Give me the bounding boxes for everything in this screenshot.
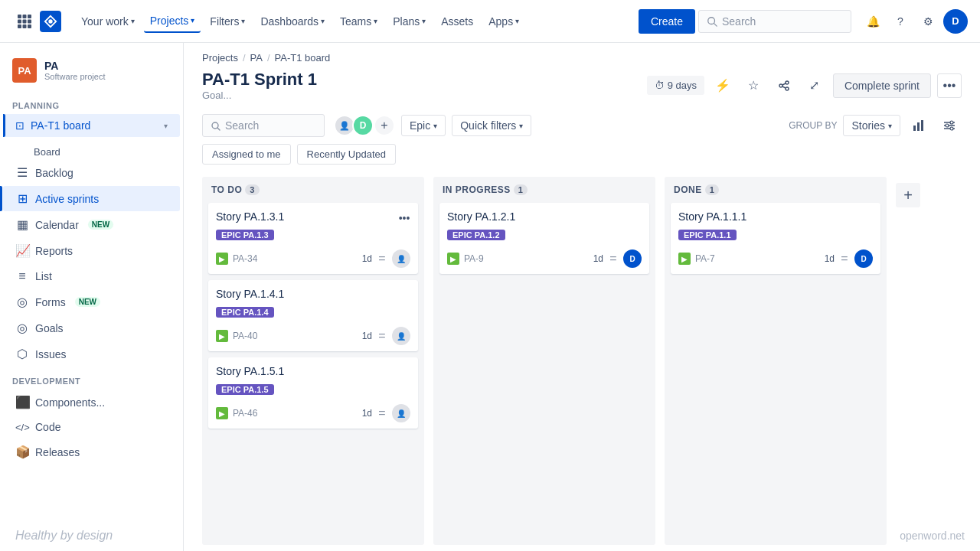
svg-line-11 — [714, 23, 717, 26]
releases-icon: 📦 — [15, 445, 29, 459]
column-todo-count: 3 — [245, 184, 260, 195]
board-search-input[interactable]: Search — [202, 114, 325, 137]
sprint-goal[interactable]: Goal... — [202, 90, 317, 101]
sidebar-item-list[interactable]: ≡ List — [3, 264, 180, 289]
sidebar-item-board-sub[interactable]: Board — [3, 145, 60, 159]
svg-rect-6 — [18, 24, 21, 28]
sidebar-item-code[interactable]: </> Code — [3, 416, 180, 439]
svg-point-12 — [786, 81, 789, 84]
nav-your-work[interactable]: Your work▾ — [75, 11, 141, 32]
card-estimate: 1d — [362, 408, 372, 419]
settings-icon[interactable]: ⚙ — [916, 9, 940, 34]
calendar-new-badge: NEW — [88, 220, 113, 230]
card-title: Story PA.1.3.1 — [216, 210, 410, 223]
svg-rect-8 — [28, 24, 31, 28]
card-ticket-id: PA-34 — [233, 253, 257, 264]
sidebar-item-components[interactable]: ⬛ Components... — [3, 390, 180, 415]
svg-rect-20 — [917, 122, 920, 131]
quick-filters-button[interactable]: Quick filters ▾ — [452, 115, 531, 136]
card-ticket-id: PA-46 — [233, 408, 257, 419]
filter-bar: Search 👤 D + Epic ▾ Quick filters ▾ GROU… — [184, 107, 980, 144]
card-pa-1-3-1[interactable]: ••• Story PA.1.3.1 EPIC PA.1.3 ▶ PA-34 1… — [208, 203, 418, 274]
sidebar-item-calendar[interactable]: ▦ Calendar NEW — [3, 212, 180, 237]
card-pa-1-4-1[interactable]: Story PA.1.4.1 EPIC PA.1.4 ▶ PA-40 1d = … — [208, 280, 418, 351]
nav-apps[interactable]: Apps▾ — [482, 11, 525, 32]
help-icon[interactable]: ? — [888, 9, 913, 34]
column-in-progress-count: 1 — [514, 184, 528, 195]
create-button[interactable]: Create — [639, 9, 695, 34]
column-in-progress: IN PROGRESS 1 Story PA.1.2.1 EPIC PA.1.2… — [433, 177, 655, 545]
add-avatar-button[interactable]: + — [374, 115, 395, 136]
epic-badge: EPIC PA.1.2 — [447, 230, 505, 240]
nav-assets[interactable]: Assets — [435, 11, 479, 32]
story-type-icon: ▶ — [678, 253, 691, 265]
sidebar-item-forms[interactable]: ◎ Forms NEW — [3, 289, 180, 315]
sprint-title: PA-T1 Sprint 1 — [202, 70, 317, 90]
grid-menu-icon[interactable] — [12, 9, 37, 34]
sidebar-item-active-sprints[interactable]: ⊞ Active sprints — [3, 186, 180, 211]
nav-filters[interactable]: Filters▾ — [204, 11, 251, 32]
quick-filters-bar: Assigned to me Recently Updated — [184, 144, 980, 171]
sprint-share-icon[interactable] — [772, 73, 796, 98]
priority-icon: = — [839, 253, 850, 264]
svg-rect-3 — [18, 19, 21, 23]
svg-line-18 — [217, 128, 220, 130]
notifications-icon[interactable]: 🔔 — [861, 9, 885, 34]
card-assignee: 👤 — [392, 327, 410, 345]
app-logo[interactable] — [40, 11, 66, 32]
epic-filter[interactable]: Epic ▾ — [401, 115, 446, 136]
group-by-select[interactable]: Stories ▾ — [843, 115, 900, 136]
card-pa-1-2-1[interactable]: Story PA.1.2.1 EPIC PA.1.2 ▶ PA-9 1d = D — [439, 203, 649, 274]
epic-badge: EPIC PA.1.1 — [678, 230, 737, 240]
card-menu-button[interactable]: ••• — [395, 209, 413, 227]
card-pa-1-5-1[interactable]: Story PA.1.5.1 EPIC PA.1.5 ▶ PA-46 1d = … — [208, 357, 418, 429]
sidebar-item-reports[interactable]: 📈 Reports — [3, 238, 180, 263]
card-estimate: 1d — [362, 253, 372, 264]
user-avatar[interactable]: D — [943, 9, 968, 34]
column-in-progress-cards: Story PA.1.2.1 EPIC PA.1.2 ▶ PA-9 1d = D — [433, 200, 655, 545]
svg-point-9 — [48, 19, 52, 23]
column-todo-title: TO DO — [211, 184, 242, 195]
breadcrumb-board[interactable]: PA-T1 board — [275, 52, 331, 64]
column-in-progress-title: IN PROGRESS — [443, 184, 511, 195]
complete-sprint-button[interactable]: Complete sprint — [833, 73, 931, 98]
sidebar-item-goals[interactable]: ◎ Goals — [3, 315, 180, 341]
recently-updated-filter[interactable]: Recently Updated — [297, 144, 396, 165]
project-name: PA — [44, 60, 105, 72]
nav-dashboards[interactable]: Dashboards▾ — [254, 11, 331, 32]
card-ticket-id: PA-40 — [233, 331, 257, 341]
column-done-cards: Story PA.1.1.1 EPIC PA.1.1 ▶ PA-7 1d = D — [665, 200, 887, 545]
svg-rect-21 — [921, 120, 923, 131]
breadcrumb-projects[interactable]: Projects — [202, 52, 238, 64]
priority-icon: = — [377, 253, 387, 264]
sidebar-item-issues[interactable]: ⬡ Issues — [3, 341, 180, 367]
project-icon: PA — [12, 58, 37, 83]
sprint-expand-icon[interactable]: ⤢ — [802, 73, 827, 98]
add-column-button[interactable]: + — [896, 183, 920, 207]
sprint-lightning-icon[interactable]: ⚡ — [710, 73, 735, 98]
sidebar-item-board[interactable]: ⊡ PA-T1 board ▾ Board — [3, 114, 180, 159]
sidebar-item-releases[interactable]: 📦 Releases — [3, 439, 180, 465]
nav-teams[interactable]: Teams▾ — [334, 11, 384, 32]
sprint-star-icon[interactable]: ☆ — [741, 73, 766, 98]
nav-projects[interactable]: Projects▾ — [144, 10, 201, 33]
avatar-user2[interactable]: D — [352, 115, 374, 136]
sidebar: PA PA Software project PLANNING ⊡ PA-T1 … — [0, 43, 184, 551]
breadcrumb-pa[interactable]: PA — [250, 52, 263, 64]
global-search[interactable]: Search — [698, 10, 851, 33]
card-pa-1-1-1[interactable]: Story PA.1.1.1 EPIC PA.1.1 ▶ PA-7 1d = D — [671, 203, 880, 274]
sprint-timer: ⏱ 9 days — [647, 76, 704, 95]
card-assignee: D — [623, 249, 642, 268]
chart-view-icon[interactable] — [906, 113, 931, 138]
sprint-more-button[interactable]: ••• — [937, 73, 962, 98]
calendar-icon: ▦ — [15, 217, 29, 232]
card-title: Story PA.1.1.1 — [678, 210, 873, 223]
content-area: Projects / PA / PA-T1 board PA-T1 Sprint… — [184, 43, 980, 551]
settings-view-icon[interactable] — [937, 113, 962, 138]
assigned-to-me-filter[interactable]: Assigned to me — [202, 144, 291, 165]
svg-line-15 — [782, 83, 786, 85]
svg-rect-5 — [28, 19, 31, 23]
sidebar-item-backlog[interactable]: ☰ Backlog — [3, 160, 180, 185]
assignee-filter-avatars: 👤 D + — [334, 115, 395, 136]
nav-plans[interactable]: Plans▾ — [387, 11, 432, 32]
